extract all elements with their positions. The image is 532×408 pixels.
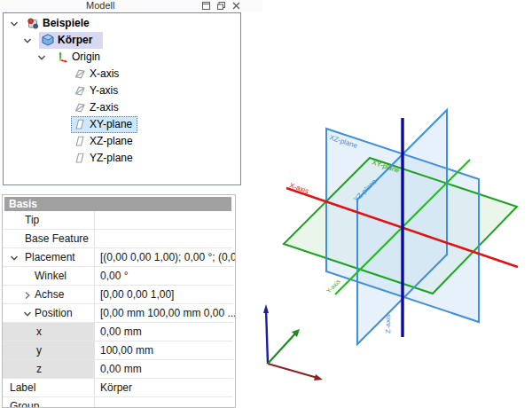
property-row-tip: Tip [3,211,233,230]
origin-icon [56,51,68,63]
expand-chevron-icon[interactable] [10,20,19,28]
property-panel: Basis TipBase FeaturePlacement[(0,00 0,0… [2,194,236,408]
tree-item-label: XY-plane [90,118,132,131]
property-name: Placement [25,248,75,266]
property-group-header[interactable]: Basis [4,197,231,211]
property-name: Winkel [35,267,66,285]
tree-item-körper[interactable]: Körper [4,32,240,49]
property-name: x [36,323,42,341]
property-value[interactable]: [0,00 0,00 1,00] [96,286,236,303]
chevron-right-icon[interactable] [23,291,31,299]
model-panel-title: Modell [86,0,114,11]
tree-item-origin[interactable]: Origin [4,49,240,66]
property-value[interactable] [96,211,236,229]
property-name-cell[interactable]: x [3,323,95,341]
tree-item-label: Beispiele [43,17,90,30]
tree-item-label: XZ-plane [90,135,133,148]
tree-item-x-axis[interactable]: X-axis [4,66,240,82]
property-row-z: z0,00 mm [3,360,233,379]
property-name: Label [10,379,35,396]
property-name-cell[interactable]: Base Feature [3,230,95,247]
expand-chevron-icon[interactable] [23,36,32,45]
property-row-group: Group [3,397,233,408]
tree-item-beispiele[interactable]: Beispiele [4,15,240,32]
property-row-winkel: Winkel0,00 ° [3,267,233,286]
property-value[interactable] [96,397,236,408]
property-name: Group [10,397,39,408]
tree-item-label: Origin [72,51,100,64]
property-grid: TipBase FeaturePlacement[(0,00 0,00 1,00… [3,211,233,408]
expand-chevron-icon[interactable] [37,53,46,62]
property-row-position: Position[0,00 mm 100,00 mm 0,00 ... [3,304,233,323]
property-row-x: x0,00 mm [3,323,233,341]
property-name: y [36,341,42,359]
property-value[interactable]: Körper [96,379,236,396]
property-name: z [36,360,42,378]
property-value[interactable]: [0,00 mm 100,00 mm 0,00 ... [96,304,236,322]
tree-item-xy-plane[interactable]: XY-plane [4,116,240,133]
axis-icon [74,84,86,97]
tree-item-label: X-axis [90,67,119,81]
plane-icon [74,152,86,164]
property-name-cell[interactable]: Group [3,397,95,408]
property-name-cell[interactable]: Winkel [3,267,95,285]
tree-item-yz-plane[interactable]: YZ-plane [4,150,240,167]
property-value[interactable]: 0,00 mm [96,323,236,341]
property-group-title: Basis [9,198,37,210]
property-row-placement: Placement[(0,00 0,00 1,00); 0,00 °; (0,0… [3,248,233,267]
chevron-down-icon[interactable] [23,310,31,318]
property-name: Achse [35,286,64,303]
tree-item-label: Y-axis [90,84,118,98]
property-row-y: y100,00 mm [3,341,233,360]
model-panel-titlebar[interactable]: Modell [0,0,262,12]
axis-icon [74,101,86,114]
property-name: Tip [25,211,39,229]
property-name: Position [35,304,73,322]
property-name-cell[interactable]: Placement [3,248,95,266]
property-row-base-feature: Base Feature [3,230,233,248]
tree-item-xz-plane[interactable]: XZ-plane [4,133,240,150]
property-value[interactable]: 0,00 mm [96,360,236,378]
chevron-down-icon[interactable] [10,254,18,262]
property-name: Base Feature [25,230,89,247]
property-name-cell[interactable]: y [3,341,95,359]
model-tree-panel: BeispieleKörperOriginX-axisY-axisZ-axisX… [3,12,241,185]
tree-item-z-axis[interactable]: Z-axis [4,99,240,116]
property-name-cell[interactable]: Position [3,304,95,322]
property-value[interactable]: 0,00 ° [96,267,236,285]
property-name-cell[interactable]: Tip [3,211,95,229]
property-row-achse: Achse[0,00 0,00 1,00] [3,286,233,304]
tree-item-label: Z-axis [90,101,119,114]
dock-icon[interactable] [201,1,211,11]
property-value[interactable]: 100,00 mm [96,341,236,359]
float-icon[interactable] [216,1,226,11]
document-icon [27,17,39,29]
plane-icon [74,118,86,130]
property-name-cell[interactable]: z [3,360,95,378]
plane-icon [74,135,86,147]
property-value[interactable] [96,230,236,247]
close-icon[interactable] [231,1,241,11]
tree-item-label: Körper [58,34,92,47]
property-name-cell[interactable]: Achse [3,286,95,303]
tree-item-y-axis[interactable]: Y-axis [4,82,240,99]
property-value[interactable]: [(0,00 0,00 1,00); 0,00 °; (0,0... [96,248,236,266]
body-icon [42,34,54,46]
tree-item-label: YZ-plane [90,152,133,165]
z-axis-label: Z-axis [384,314,392,333]
nav-axis-cross [263,304,323,381]
axis-icon [74,67,86,80]
property-row-label: LabelKörper [3,379,233,397]
property-name-cell[interactable]: Label [3,379,95,396]
